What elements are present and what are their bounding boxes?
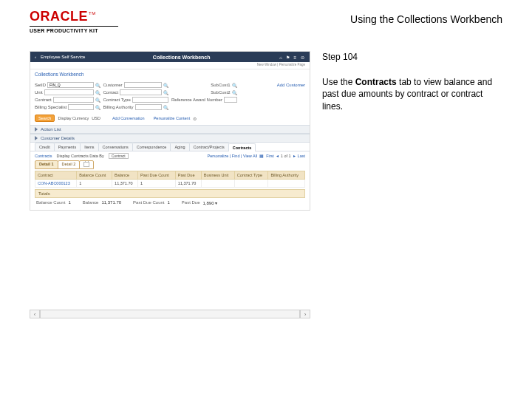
customer-details-section[interactable]: Customer Details — [30, 134, 310, 143]
lookup-icon[interactable]: 🔍 — [232, 83, 237, 88]
cell-bal-count: 1 — [77, 180, 112, 188]
col-bal-count[interactable]: Balance Count — [77, 171, 112, 180]
app-subbar: New Window | Personalize Page — [30, 62, 310, 69]
instruction-bold: Contracts — [355, 77, 397, 87]
action-list-label: Action List — [41, 127, 61, 132]
lookup-icon[interactable]: 🔍 — [163, 90, 168, 95]
tab-contract-projects[interactable]: Contract/Projects — [189, 143, 229, 151]
tot-balcnt-l: Balance Count — [36, 200, 65, 205]
pager-next-icon[interactable]: ▸ — [293, 154, 296, 158]
page-heading: Collections Workbench — [30, 69, 310, 79]
nav-title: Collections Workbench — [153, 55, 211, 60]
tab-conversations[interactable]: Conversations — [98, 143, 133, 151]
action-list-section[interactable]: Action List — [30, 125, 310, 134]
col-contract[interactable]: Contract — [35, 171, 77, 180]
display-by-label: Display Contracts Data By — [57, 154, 104, 158]
unit-input[interactable] — [44, 89, 94, 95]
cell-past-due: 11,371.70 — [175, 180, 201, 188]
step-number: Step 104 — [322, 51, 502, 63]
search-button[interactable]: Search — [35, 115, 55, 122]
lookup-icon[interactable]: 🔍 — [95, 83, 100, 88]
tab-items[interactable]: Items — [80, 143, 98, 151]
contracts-table: Contract Balance Count Balance Past Due … — [35, 171, 305, 188]
cell-ctype — [234, 180, 268, 188]
subtab-detail2[interactable]: Detail 2 — [58, 160, 81, 169]
detail-tabs: Credit Payments Items Conversations Corr… — [30, 143, 310, 151]
col-pd-count[interactable]: Past Due Count — [137, 171, 175, 180]
col-past-due[interactable]: Past Due — [175, 171, 201, 180]
instruction-text: Use the Contracts tab to view balance an… — [322, 76, 502, 112]
contract-type-input[interactable] — [132, 97, 168, 103]
col-balance[interactable]: Balance — [112, 171, 138, 180]
display-by-select[interactable]: Contract — [109, 153, 129, 159]
grid-sheet-icon[interactable]: ▦ — [259, 154, 264, 158]
subbar-links[interactable]: New Window | Personalize Page — [257, 63, 305, 66]
col-ctype[interactable]: Contract Type — [234, 171, 268, 180]
scroll-right-icon[interactable]: › — [300, 310, 310, 318]
lookup-icon[interactable]: 🔍 — [163, 105, 168, 110]
subtab-showall[interactable] — [79, 160, 94, 169]
tot-pd-v: 1,890 ▾ — [203, 200, 218, 205]
scroll-track[interactable] — [40, 310, 300, 318]
ref-award-input[interactable] — [224, 97, 237, 103]
customer-input[interactable] — [124, 82, 162, 88]
tab-contracts[interactable]: Contracts — [228, 143, 256, 151]
nav-breadcrumb-left[interactable]: Employee Self Service — [41, 55, 85, 59]
tab-credit[interactable]: Credit — [35, 143, 55, 151]
nav-back-icon[interactable]: ‹ — [35, 55, 36, 59]
screenshot-panel: ‹ Employee Self Service Collections Work… — [30, 51, 310, 211]
pager-last[interactable]: Last — [298, 154, 305, 158]
grid-header: Contracts Display Contracts Data By Cont… — [30, 151, 310, 160]
cell-bu — [201, 180, 234, 188]
oracle-logo-text: ORACLE — [30, 9, 88, 24]
lookup-icon[interactable]: 🔍 — [163, 83, 168, 88]
tot-balcnt-v: 1 — [68, 200, 70, 205]
menu-icon[interactable]: ≡ — [292, 55, 298, 60]
billauth-label: Billing Authority — [103, 105, 134, 109]
expand-icon[interactable] — [35, 136, 38, 140]
tab-correspondence[interactable]: Correspondence — [132, 143, 171, 151]
col-billauth[interactable]: Billing Authority — [268, 171, 305, 180]
totals-header: Totals — [35, 189, 305, 198]
tot-pdc-l: Past Due Count — [133, 200, 164, 205]
add-conversation-link[interactable]: Add Conversation — [112, 116, 145, 120]
contract-type-label: Contract Type — [103, 98, 131, 102]
brand-rule — [30, 26, 118, 27]
gear-icon[interactable]: ⚙ — [193, 116, 197, 121]
billspec-input[interactable] — [68, 104, 93, 110]
lookup-icon[interactable]: 🔍 — [95, 90, 100, 95]
table-row[interactable]: CON-ABC000123 1 11,371.70 1 11,371.70 — [35, 180, 305, 188]
customer-label: Customer — [103, 83, 123, 87]
lookup-icon[interactable]: 🔍 — [95, 98, 100, 103]
tab-aging[interactable]: Aging — [170, 143, 189, 151]
grid-title: Contracts — [35, 154, 52, 158]
scroll-left-icon[interactable]: ‹ — [30, 310, 40, 318]
instruction-panel: Step 104 Use the Contracts tab to view b… — [322, 51, 502, 211]
lookup-icon[interactable]: 🔍 — [95, 105, 100, 110]
lookup-icon[interactable]: 🔍 — [232, 90, 237, 95]
add-customer-link[interactable]: Add Customer — [277, 83, 305, 87]
help-icon[interactable]: ⊙ — [299, 55, 305, 60]
contact-input[interactable] — [120, 89, 162, 95]
grid-personalize[interactable]: Personalize | Find | View All — [208, 154, 258, 158]
display-currency-value: USD — [92, 116, 100, 120]
subcust2-label: SubCust2 — [211, 90, 230, 95]
setid-input[interactable] — [47, 82, 93, 88]
horizontal-scrollbar[interactable]: ‹ › — [30, 309, 310, 319]
grid-pager: Personalize | Find | View All ▦ First ◂ … — [208, 154, 305, 158]
subtab-detail1[interactable]: Detail 1 — [35, 160, 58, 169]
contact-label: Contact — [103, 90, 119, 95]
instruction-pre: Use the — [322, 77, 355, 87]
personalize-content-link[interactable]: Personalize Content — [154, 116, 191, 120]
flag-icon[interactable]: ⚑ — [285, 55, 291, 60]
home-icon[interactable]: ⌂ — [278, 55, 284, 60]
expand-icon[interactable] — [35, 127, 38, 132]
tab-payments[interactable]: Payments — [54, 143, 81, 151]
ref-award-label: Reference Award Number — [171, 98, 222, 102]
contract-input[interactable] — [53, 97, 94, 103]
page-title: Using the Collections Workbench — [350, 9, 502, 25]
billauth-input[interactable] — [135, 104, 162, 110]
col-bu[interactable]: Business Unit — [201, 171, 234, 180]
pager-prev-icon[interactable]: ◂ — [276, 154, 279, 158]
pager-first[interactable]: First — [266, 154, 274, 158]
